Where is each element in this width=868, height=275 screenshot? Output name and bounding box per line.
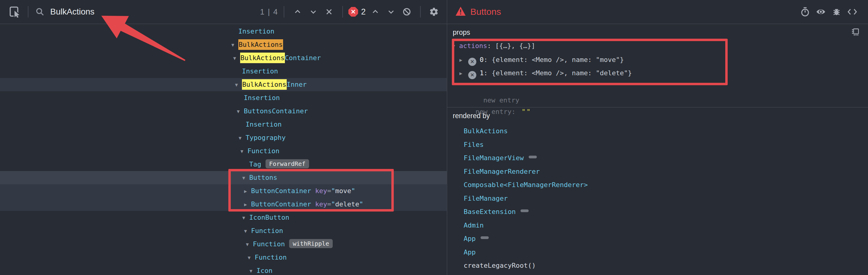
rendered-by-name[interactable]: App [464,235,476,242]
toolbar-divider [284,6,284,18]
rendered-by-name[interactable]: Composable<FileManagerRenderer> [464,181,588,188]
inspected-element-header: Buttons [447,0,868,24]
search-match-counter: 1 | 4 [260,7,278,16]
remove-entry-icon[interactable]: ✕ [468,58,476,66]
tree-text-segment: ButtonsContainer [244,107,308,115]
expander-open-icon[interactable]: ▾ [233,51,240,65]
prev-match-icon[interactable] [290,4,306,20]
expander-closed-icon[interactable]: ▸ [244,184,251,198]
suppress-errors-icon[interactable] [399,4,415,20]
tree-text-segment: Insertion [246,121,282,128]
tree-row[interactable]: ▾ButtonsContainer [0,105,447,118]
tree-row[interactable]: ▾FunctionwithRipple [0,238,447,251]
tree-text-segment: : {element: <Memo />, name: "move"} [484,56,624,64]
settings-gear-icon[interactable] [426,4,442,20]
tree-row[interactable]: ▸ButtonContainer key="delete" [0,198,447,211]
remove-entry-icon[interactable]: ✕ [468,71,476,79]
expander-open-icon[interactable]: ▾ [244,224,251,238]
tree-row[interactable]: Insertion [0,118,447,131]
component-tree: Insertion▾BulkActions▾BulkActionsContain… [0,25,447,275]
tree-row[interactable]: Insertion [0,91,447,105]
suspend-timer-icon[interactable] [797,4,813,20]
expander-open-icon[interactable]: ▾ [241,144,247,158]
tree-text-segment: " [359,200,363,208]
tree-row[interactable]: ▾BulkActionsInner [0,78,447,91]
tree-row[interactable]: ▾Buttons [0,171,447,184]
tree-text-segment: = [327,187,331,195]
expander-closed-icon[interactable]: ▸ [459,53,466,67]
error-count: 2 [361,7,366,16]
expander-open-icon[interactable]: ▾ [452,39,459,53]
owner-badge-pill [521,209,529,212]
expander-open-icon[interactable]: ▾ [248,251,255,264]
rendered-by-name[interactable]: Files [464,141,484,148]
tree-text-segment: Inner [287,81,307,88]
expander-open-icon[interactable]: ▾ [249,264,256,275]
rendered-by-name[interactable]: App [464,248,476,256]
expander-open-icon[interactable]: ▾ [231,38,238,51]
prop-row[interactable]: ▸✕0: {element: <Memo />, name: "move"} [447,53,868,67]
prop-row[interactable]: ▾actions: [{…}, {…}] [447,39,868,53]
rendered-by-item[interactable]: Composable<FileManagerRenderer> [464,178,588,192]
tree-row[interactable]: ▾BulkActionsContainer [0,51,447,65]
next-error-icon[interactable] [383,4,399,20]
tree-text-segment: Function [251,227,283,235]
rendered-by-name[interactable]: FileManagerRenderer [464,168,540,175]
expander-open-icon[interactable]: ▾ [237,105,244,118]
inspect-dom-eye-icon[interactable] [813,4,829,20]
new-prop-entry-row[interactable]: new entry:"" [447,92,868,105]
next-match-icon[interactable] [306,4,321,20]
search-input[interactable]: BulkActions [50,7,260,16]
tree-text-segment: : [{…}, {…}] [487,42,535,49]
rendered-by-name[interactable]: BaseExtension [464,208,516,215]
tree-row[interactable]: ▾Function [0,144,447,158]
expander-open-icon[interactable]: ▾ [235,78,242,91]
tree-row[interactable]: ▾Typography [0,131,447,144]
prop-row[interactable]: ▸✕1: {element: <Memo />, name: "delete"} [447,67,868,80]
rendered-by-name[interactable]: FileManagerView [464,154,524,162]
view-source-icon[interactable] [844,4,860,20]
rendered-by-item[interactable]: FileManagerRenderer [464,165,540,178]
tree-text-segment: " [351,187,355,195]
rendered-by-name[interactable]: Admin [464,221,484,229]
rendered-by-item[interactable]: App [464,246,476,259]
rendered-by-name[interactable]: FileManager [464,195,508,202]
toolbar-divider [420,6,421,18]
tree-row[interactable]: ▾Icon [0,264,447,275]
tree-row[interactable]: ▾IconButton [0,211,447,224]
new-entry-value-input[interactable]: "" [521,108,531,115]
owner-badge-pill [529,156,537,158]
rendered-by-item[interactable]: App [464,232,489,245]
log-bug-icon[interactable] [829,4,844,20]
rendered-by-name[interactable]: BulkActions [464,127,508,135]
clear-search-icon[interactable] [321,4,337,20]
rendered-by-item[interactable]: BulkActions [464,125,508,138]
tree-row[interactable]: TagForwardRef [0,158,447,171]
copy-props-icon[interactable] [851,28,860,37]
expander-open-icon[interactable]: ▾ [239,131,246,144]
expander-open-icon[interactable]: ▾ [242,171,249,184]
tree-text-segment: BulkActions [238,39,283,50]
tree-text-segment: = [327,200,331,208]
panel-divider[interactable] [447,0,447,275]
rendered-by-item[interactable]: FileManagerView [464,151,537,165]
rendered-by-item[interactable]: Admin [464,219,484,232]
inspect-element-icon[interactable] [7,4,22,20]
tree-row[interactable]: ▾BulkActions [0,38,447,51]
tree-text-segment: IconButton [249,214,289,221]
expander-open-icon[interactable]: ▾ [242,211,249,224]
expander-closed-icon[interactable]: ▸ [459,67,466,80]
tree-row[interactable]: ▾Function [0,224,447,238]
prev-error-icon[interactable] [368,4,383,20]
tree-row[interactable]: Insertion [0,25,447,38]
tree-text-segment: Function [247,147,279,155]
tree-row[interactable]: ▸ButtonContainer key="move" [0,184,447,198]
expander-closed-icon[interactable]: ▸ [244,198,251,211]
rendered-by-item[interactable]: FileManager [464,192,508,205]
tree-row[interactable]: ▾Function [0,251,447,264]
tree-row[interactable]: Insertion [0,65,447,78]
rendered-by-item[interactable]: BaseExtension [464,205,529,218]
rendered-by-item[interactable]: Files [464,138,484,151]
expander-open-icon[interactable]: ▾ [246,238,253,251]
tree-text-segment: Insertion [238,28,274,35]
